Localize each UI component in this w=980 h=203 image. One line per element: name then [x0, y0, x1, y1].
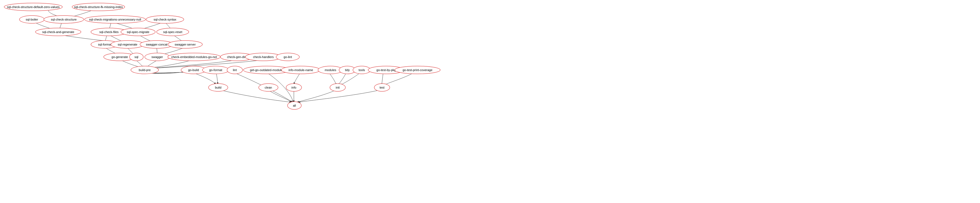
label-sql-check-structure-default-zero-values: sql-check-structure-default-zero-values [7, 5, 60, 9]
label-test: test [380, 86, 385, 89]
label-tools: tools [358, 68, 365, 72]
node-all: all [288, 102, 301, 109]
label-go-test-print-coverage: go-test-print-coverage [402, 68, 433, 72]
label-check-embedded-modules-go-not: check-embedded-modules-go-not [171, 55, 217, 59]
node-check-embedded-modules-go-not: check-embedded-modules-go-not [168, 53, 220, 61]
label-get-go-outdated-modules: get-go-outdated-modules [250, 68, 284, 72]
edge-check-handlers-to-build-pre [151, 61, 258, 68]
edge-test-to-all [299, 90, 381, 102]
edge-info-module-name-to-info [294, 73, 300, 84]
label-swagger: swagger [151, 55, 163, 59]
edge-go-test-print-coverage-to-test [384, 73, 413, 85]
node-swagger: swagger [145, 53, 170, 61]
node-go-test-print-coverage: go-test-print-coverage [395, 66, 440, 74]
label-sql-spec-migrate: sql-spec-migrate [127, 30, 149, 34]
label-sql-boiler: sql-boiler [26, 18, 38, 21]
label-sql-regenerate: sql-regenerate [118, 43, 137, 46]
node-sql-check-structure-fk-missing-index: sql-check-structure-fk-missing-index [72, 3, 125, 11]
node-sql-check-migrations-unnecessary-null: sql-check-migrations-unnecessary-null [84, 16, 146, 23]
label-go-lint: go-lint [283, 55, 292, 59]
node-info-module-name: info-module-name [282, 66, 320, 74]
node-sql: sql [129, 53, 143, 61]
node-go-lint: go-lint [276, 53, 299, 61]
label-go-test-by-pkg: go-test-by-pkg [377, 68, 396, 72]
label-swagger-server: swagger-server [175, 43, 196, 46]
node-sql-check-syntax: sql-check-syntax [146, 16, 184, 23]
label-clean: clean [265, 86, 272, 89]
label-info-module-name: info-module-name [289, 68, 313, 72]
label-go-build: go-build [188, 68, 199, 72]
node-test: test [374, 83, 390, 91]
label-modules: modules [325, 68, 336, 72]
node-build-pre: build-pre [131, 66, 159, 74]
edge-build-to-all [219, 90, 291, 102]
node-go-format: go-format [202, 66, 229, 74]
node-sql-boiler: sql-boiler [19, 16, 45, 23]
label-build-pre: build-pre [139, 68, 151, 72]
label-swagger-concat: swagger-concat [146, 43, 167, 46]
label-sql: sql [134, 55, 138, 59]
label-sql-check-migrations-unnecessary-null: sql-check-migrations-unnecessary-null [89, 18, 141, 21]
node-clean: clean [259, 83, 278, 91]
edge-go-build-to-build [194, 73, 216, 84]
label-info: info [291, 86, 296, 89]
dependency-graph: sql-check-structure-default-zero-values … [0, 0, 980, 203]
label-init: init [336, 86, 340, 89]
edge-init-to-all [297, 90, 337, 102]
node-sql-spec-reset: sql-spec-reset [157, 28, 189, 36]
label-lint: lint [233, 68, 237, 72]
edge-modules-to-init [329, 73, 336, 85]
edge-tools-to-init [340, 73, 360, 85]
label-check-handlers: check-handlers [253, 55, 274, 59]
graph-container: sql-check-structure-default-zero-values … [0, 0, 980, 203]
node-build: build [208, 83, 228, 91]
label-sql-spec-reset: sql-spec-reset [163, 30, 182, 34]
edge-go-format-to-build [216, 73, 218, 84]
node-sql-spec-migrate: sql-spec-migrate [121, 28, 155, 36]
node-sql-check-structure: sql-check-structure [44, 16, 84, 23]
edge-go-test-by-pkg-to-test [382, 73, 383, 85]
label-sql-format: sql-format [98, 43, 112, 46]
label-check-gen-dirs: check-gen-dirs [227, 55, 247, 59]
label-go-format: go-format [209, 68, 222, 72]
node-sql-regenerate: sql-regenerate [111, 40, 144, 48]
label-sql-check-structure-fk-missing-index: sql-check-structure-fk-missing-index [74, 5, 123, 9]
edge-tidy-to-init [338, 73, 346, 85]
label-sql-check-syntax: sql-check-syntax [154, 18, 176, 21]
node-sql-check-and-generate: sql-check-and-generate [35, 28, 81, 36]
node-init: init [330, 83, 345, 91]
label-sql-check-files: sql-check-files [99, 30, 119, 34]
label-build: build [215, 86, 221, 89]
edge-clean-to-all [267, 90, 292, 102]
label-sql-check-and-generate: sql-check-and-generate [42, 30, 74, 34]
label-sql-check-structure: sql-check-structure [51, 18, 77, 21]
node-lint: lint [227, 66, 243, 74]
node-info: info [286, 83, 302, 91]
node-sql-check-structure-default-zero-values: sql-check-structure-default-zero-values [4, 3, 62, 11]
label-go-generate: go-generate [111, 55, 128, 59]
label-all: all [293, 104, 296, 107]
node-swagger-server: swagger-server [168, 40, 202, 48]
label-tidy: tidy [345, 68, 350, 72]
